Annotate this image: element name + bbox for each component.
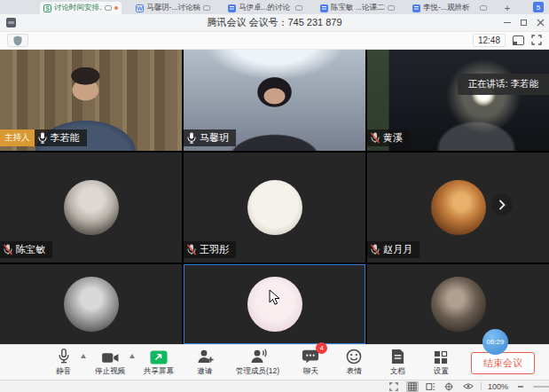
avatar bbox=[247, 180, 302, 235]
window-controls bbox=[498, 15, 549, 31]
settings-icon bbox=[434, 350, 448, 365]
wps-status-bar: 100% bbox=[0, 380, 549, 392]
settings-button[interactable]: 设置 bbox=[428, 348, 453, 377]
status-divider bbox=[481, 382, 482, 390]
video-cell-zhaoyueyue[interactable]: 赵月月 bbox=[367, 153, 549, 263]
participant-name: 王羽彤 bbox=[200, 243, 229, 256]
tab-label: 马伊卓...的讨论 bbox=[239, 3, 293, 13]
mic-muted-icon bbox=[371, 132, 380, 144]
tab-count-badge[interactable]: 5 bbox=[533, 2, 544, 12]
page-break-preview-icon[interactable] bbox=[443, 381, 456, 392]
meeting-security-button[interactable] bbox=[7, 34, 28, 47]
page-layout-view-icon[interactable] bbox=[425, 381, 437, 392]
share-screen-label: 共享屏幕 bbox=[144, 366, 174, 377]
video-cell-maxinyue[interactable]: 马馨玥 bbox=[184, 50, 365, 151]
tab-label: 陈宝敏 ...论课二稿 bbox=[331, 3, 385, 13]
meeting-info-bar: 12:48 bbox=[0, 32, 549, 50]
settings-label: 设置 bbox=[434, 366, 449, 377]
meeting-app-icon bbox=[6, 18, 16, 27]
host-badge: 主持人 bbox=[0, 129, 35, 146]
zoom-slider[interactable] bbox=[533, 386, 549, 388]
video-cell-row3-right[interactable] bbox=[367, 264, 549, 344]
notification-dot bbox=[114, 6, 118, 10]
avatar bbox=[431, 277, 486, 332]
invite-button[interactable]: 邀请 bbox=[192, 348, 217, 377]
reading-mode-icon[interactable] bbox=[462, 381, 474, 392]
participant-name: 赵月月 bbox=[383, 243, 412, 256]
mic-on-icon bbox=[187, 132, 196, 144]
end-meeting-button[interactable]: 结束会议 bbox=[471, 352, 535, 374]
chat-label: 聊天 bbox=[303, 366, 318, 377]
fullscreen-icon[interactable] bbox=[531, 33, 542, 49]
maximize-icon[interactable] bbox=[515, 15, 532, 31]
manage-members-label: 管理成员(12) bbox=[236, 366, 279, 377]
avatar bbox=[64, 277, 119, 332]
new-tab-button[interactable]: + bbox=[501, 2, 514, 14]
zoom-level[interactable]: 100% bbox=[488, 382, 508, 391]
spreadsheet-icon: S bbox=[43, 4, 51, 12]
fullscreen-view-icon[interactable] bbox=[388, 381, 400, 392]
emoji-label: 表情 bbox=[347, 366, 362, 377]
manage-members-button[interactable]: 管理成员(12) bbox=[236, 348, 279, 377]
mouse-cursor bbox=[269, 289, 280, 310]
video-cell-liruoneng[interactable]: 主持人 李若能 bbox=[0, 50, 182, 151]
video-grid: 主持人 李若能 马馨玥 黄溪 bbox=[0, 50, 549, 344]
avatar bbox=[431, 180, 486, 235]
shield-icon bbox=[13, 35, 22, 46]
participant-label: 主持人 李若能 bbox=[0, 129, 87, 146]
comment-icon bbox=[480, 5, 487, 11]
tab-doc-liyue[interactable]: 李悦-...观辨析 bbox=[409, 2, 490, 14]
participant-name: 李若能 bbox=[51, 131, 80, 145]
docs-button[interactable]: 文档 bbox=[385, 348, 410, 377]
mic-muted-icon bbox=[4, 244, 12, 255]
chat-button[interactable]: 4 聊天 bbox=[298, 348, 323, 377]
close-icon[interactable] bbox=[532, 15, 549, 31]
stop-video-button[interactable]: 停止视频 bbox=[95, 348, 125, 377]
meeting-clock: 12:48 bbox=[473, 34, 506, 47]
minimize-icon[interactable] bbox=[498, 15, 515, 31]
mic-icon bbox=[58, 348, 70, 365]
floating-window-icon[interactable] bbox=[513, 35, 524, 45]
video-cell-row3-left[interactable] bbox=[0, 264, 182, 344]
participant-label: 陈宝敏 bbox=[0, 241, 52, 258]
online-doc-icon bbox=[412, 4, 420, 12]
tab-doc-maxinyue[interactable]: W 马馨玥-...讨论稿 bbox=[132, 2, 214, 14]
meeting-title-bar[interactable]: 腾讯会议 会议号：745 231 879 bbox=[0, 14, 549, 32]
word-doc-icon: W bbox=[136, 4, 144, 12]
mic-options-caret[interactable] bbox=[81, 354, 86, 358]
tab-doc-mayizhuo[interactable]: 马伊卓...的讨论 bbox=[224, 2, 306, 14]
chevron-right-icon bbox=[498, 200, 506, 210]
comment-icon bbox=[203, 5, 210, 11]
mute-label: 静音 bbox=[57, 366, 72, 377]
members-icon bbox=[249, 349, 267, 365]
next-page-button[interactable] bbox=[491, 194, 513, 216]
participant-label: 王羽彤 bbox=[184, 241, 236, 258]
meeting-window: 腾讯会议 会议号：745 231 879 12:48 主持人 bbox=[0, 14, 549, 380]
participant-label: 黄溪 bbox=[367, 129, 410, 146]
share-screen-icon bbox=[150, 350, 168, 365]
camera-options-caret[interactable] bbox=[129, 354, 135, 358]
stop-video-label: 停止视频 bbox=[95, 366, 125, 377]
video-cell-chenbaomin[interactable]: 陈宝敏 bbox=[0, 153, 182, 263]
emoji-button[interactable]: 表情 bbox=[341, 348, 366, 377]
mute-button[interactable]: 静音 bbox=[51, 348, 76, 377]
mic-on-icon bbox=[38, 132, 47, 144]
tab-label: 李悦-...观辨析 bbox=[423, 3, 477, 13]
zoom-out-icon[interactable] bbox=[514, 381, 527, 392]
tab-schedule-xls[interactable]: S 讨论时间安排.xls bbox=[40, 2, 122, 14]
video-cell-huangxi[interactable]: 黄溪 bbox=[367, 50, 549, 151]
tab-doc-chenbaomin[interactable]: 陈宝敏 ...论课二稿 bbox=[317, 2, 398, 14]
participant-name: 马馨玥 bbox=[200, 131, 229, 145]
normal-view-icon[interactable] bbox=[406, 381, 419, 392]
mic-muted-icon bbox=[371, 244, 380, 255]
share-screen-button[interactable]: 共享屏幕 bbox=[144, 348, 174, 377]
invite-icon bbox=[197, 349, 214, 365]
tab-label: 讨论时间安排.xls bbox=[54, 3, 102, 13]
participant-label: 马馨玥 bbox=[184, 129, 236, 146]
mic-muted-icon bbox=[187, 244, 196, 255]
camera-icon bbox=[101, 351, 120, 365]
avatar bbox=[64, 180, 119, 235]
meeting-timer-bubble[interactable]: 06:29 bbox=[482, 329, 508, 355]
online-doc-icon bbox=[228, 4, 236, 12]
video-cell-wangyutong[interactable]: 王羽彤 bbox=[184, 153, 365, 263]
